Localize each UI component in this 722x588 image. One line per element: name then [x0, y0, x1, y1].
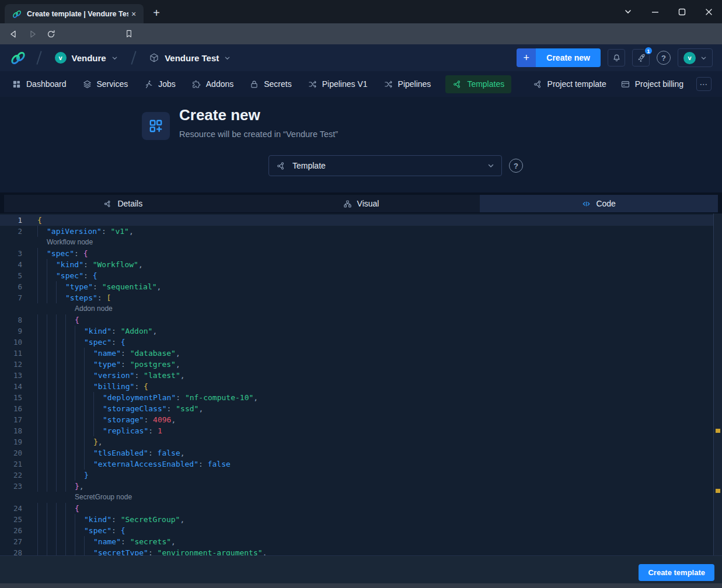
tab-details[interactable]: Details: [4, 195, 242, 212]
plus-icon[interactable]: +: [517, 48, 536, 67]
editor-line[interactable]: 28"secretType": "environment-arguments",: [0, 547, 713, 555]
nav-jobs[interactable]: Jobs: [142, 75, 177, 93]
editor-line[interactable]: 4"kind": "Workflow",: [0, 259, 713, 270]
releases-button[interactable]: 1: [632, 49, 650, 66]
resource-type-select[interactable]: Template: [268, 155, 502, 176]
nav-more-button[interactable]: ⋯: [696, 77, 711, 91]
hero-section: Create new Resource will be created in “…: [0, 97, 722, 192]
code-icon: [582, 200, 591, 208]
visual-tree-icon: [343, 200, 352, 208]
editor-line[interactable]: 7"steps": [: [0, 292, 713, 303]
nav-addons[interactable]: Addons: [190, 75, 235, 93]
editor-widget-row[interactable]: SecretGroup node: [0, 492, 713, 503]
editor-line[interactable]: 14"billing": {: [0, 381, 713, 392]
tab-title: Create template | Vendure Test |: [27, 10, 128, 18]
page-subtitle: Resource will be created in “Vendure Tes…: [179, 130, 338, 139]
overview-ruler[interactable]: [713, 214, 722, 555]
create-new-icon: [142, 112, 170, 140]
tab-code[interactable]: Code: [480, 195, 718, 212]
nav-label: Secrets: [264, 79, 291, 89]
create-template-button[interactable]: Create template: [639, 564, 714, 581]
editor-line[interactable]: 3"spec": {: [0, 248, 713, 259]
editor-line[interactable]: 23},: [0, 481, 713, 492]
forward-button[interactable]: [25, 26, 40, 41]
editor-line[interactable]: 6"type": "sequential",: [0, 281, 713, 292]
bookmark-icon[interactable]: [121, 26, 137, 41]
notifications-button[interactable]: [608, 49, 625, 66]
nav-project-template[interactable]: Project template: [532, 75, 608, 93]
reload-button[interactable]: [43, 26, 58, 41]
templates-nodes-icon: [533, 79, 543, 89]
editor-line[interactable]: 25"kind": "SecretGroup",: [0, 514, 713, 525]
editor-line[interactable]: 10"spec": {: [0, 337, 713, 348]
breadcrumb-separator: [36, 51, 41, 64]
user-menu[interactable]: v: [678, 48, 713, 67]
editor-line[interactable]: 19},: [0, 436, 713, 447]
editor-line[interactable]: 1{: [0, 215, 713, 226]
warning-marker: [716, 429, 720, 433]
nav-templates[interactable]: Templates: [445, 75, 511, 93]
editor-line[interactable]: 9"kind": "Addon",: [0, 326, 713, 337]
bell-icon: [612, 53, 622, 63]
editor-line[interactable]: 15"deploymentPlan": "nf-compute-10",: [0, 392, 713, 403]
code-editor[interactable]: 1{2"apiVersion": "v1",Workflow node3"spe…: [0, 214, 722, 555]
editor-line[interactable]: 11"name": "database",: [0, 348, 713, 359]
selector-help-button[interactable]: ?: [509, 159, 523, 173]
editor-line[interactable]: 17"storage": 4096,: [0, 414, 713, 425]
tab-visual[interactable]: Visual: [242, 195, 480, 212]
editor-line[interactable]: 5"spec": {: [0, 270, 713, 281]
tab-search-icon[interactable]: [615, 0, 641, 23]
nav-project-billing[interactable]: Project billing: [619, 75, 685, 93]
window-bottom-edge: [0, 583, 722, 588]
editor-line[interactable]: 12"type": "postgres",: [0, 359, 713, 370]
nav-label: Addons: [206, 79, 233, 89]
editor-line[interactable]: 26"spec": {: [0, 525, 713, 536]
window-maximize-button[interactable]: [668, 0, 695, 23]
browser-tab[interactable]: Create template | Vendure Test | ×: [5, 4, 144, 23]
nav-label: Project billing: [635, 79, 683, 89]
nav-dashboard[interactable]: Dashboard: [11, 75, 68, 93]
editor-line[interactable]: 13"version": "latest",: [0, 370, 713, 381]
breadcrumb-project[interactable]: Vendure Test: [145, 50, 234, 65]
window-minimize-button[interactable]: [641, 0, 668, 23]
editor-line[interactable]: 22}: [0, 470, 713, 481]
team-name: Vendure: [72, 53, 106, 63]
editor-line[interactable]: 2"apiVersion": "v1",: [0, 226, 713, 237]
editor-tabs: Details Visual Code: [0, 192, 722, 214]
code-lines: 1{2"apiVersion": "v1",Workflow node3"spe…: [0, 215, 713, 555]
nav-label: Jobs: [158, 79, 176, 89]
chevron-down-icon: [111, 55, 118, 61]
window-close-button[interactable]: [695, 0, 722, 23]
northflank-logo[interactable]: [9, 49, 27, 66]
billing-card-icon: [620, 79, 630, 89]
nav-secrets[interactable]: Secrets: [248, 75, 292, 93]
details-icon: [103, 200, 112, 208]
editor-line[interactable]: 8{: [0, 314, 713, 326]
nav-label: Services: [97, 79, 128, 89]
help-button[interactable]: ?: [657, 51, 671, 65]
page-footer: Create template: [0, 555, 722, 583]
editor-line[interactable]: 24{: [0, 503, 713, 514]
editor-line[interactable]: 20"tlsEnabled": false,: [0, 447, 713, 459]
browser-tabbar: Create template | Vendure Test | × +: [0, 0, 722, 23]
tab-label: Code: [596, 199, 615, 208]
editor-widget-row[interactable]: Addon node: [0, 303, 713, 314]
editor-line[interactable]: 27"name": "secrets",: [0, 536, 713, 547]
nav-label: Pipelines: [398, 79, 431, 89]
new-tab-button[interactable]: +: [149, 6, 163, 20]
services-icon: [82, 79, 92, 89]
editor-line[interactable]: 21"externalAccessEnabled": false: [0, 459, 713, 470]
breadcrumb-team[interactable]: v Vendure: [51, 50, 121, 66]
nav-services[interactable]: Services: [81, 75, 130, 93]
editor-widget-row[interactable]: Workflow node: [0, 237, 713, 248]
select-value: Template: [292, 161, 481, 170]
tab-close-icon[interactable]: ×: [128, 9, 139, 19]
back-button[interactable]: [6, 26, 21, 41]
nav-pipelines-v1[interactable]: Pipelines V1: [306, 75, 369, 93]
create-new-button[interactable]: + Create new: [517, 48, 601, 67]
nav-pipelines[interactable]: Pipelines: [382, 75, 432, 93]
user-avatar: v: [683, 52, 696, 64]
editor-line[interactable]: 18"replicas": 1: [0, 425, 713, 436]
editor-line[interactable]: 16"storageClass": "ssd",: [0, 403, 713, 414]
create-new-label[interactable]: Create new: [536, 48, 601, 67]
